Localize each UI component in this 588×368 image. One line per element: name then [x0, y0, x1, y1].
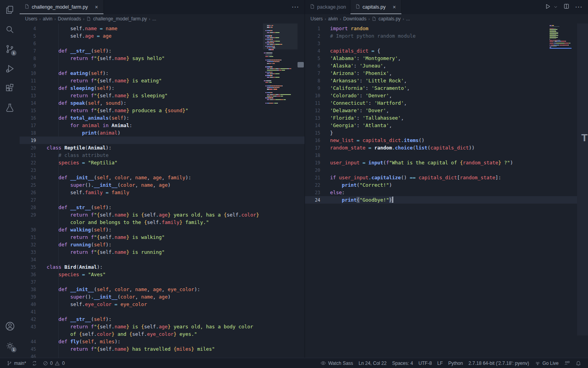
source-control-icon[interactable]: 1	[0, 39, 19, 59]
git-branch-item[interactable]: main*	[4, 358, 29, 368]
breadcrumb-item[interactable]: Users	[25, 16, 37, 22]
code-line[interactable]: 13'Florida': 'Tallahassee',	[305, 114, 588, 122]
run-dropdown-chevron-icon[interactable]	[554, 4, 558, 11]
code-line[interactable]: 17 for animal in Animal:	[20, 122, 305, 129]
code-line[interactable]: 7 def __str__(self):	[20, 47, 305, 55]
minimap[interactable]	[264, 25, 297, 104]
code-line[interactable]: 20	[305, 166, 588, 174]
code-line[interactable]: 12 def sleeping(self):	[20, 84, 305, 92]
code-line[interactable]: 42 def __str__(self):	[20, 315, 305, 323]
sync-button[interactable]	[29, 358, 40, 368]
code-line[interactable]: 1import random	[305, 25, 588, 32]
code-line[interactable]: 16new_list = capitals_dict.items()	[305, 137, 588, 144]
code-line[interactable]: 29 return f"{self.name} is {self.age} ye…	[20, 211, 305, 219]
notifications-item[interactable]	[573, 358, 584, 368]
search-icon[interactable]	[0, 20, 19, 39]
feedback-item[interactable]	[561, 358, 573, 368]
code-line[interactable]: 22 species = "Reptilia"	[20, 159, 305, 166]
more-actions-icon[interactable]: ···	[292, 5, 299, 9]
code-line[interactable]: 14 def speak(self, sound):	[20, 99, 305, 107]
tab-package-json[interactable]: package.json	[305, 0, 350, 14]
code-line[interactable]: 35class Bird(Animal):	[20, 263, 305, 271]
code-line[interactable]: 45 return f"{self.name} has travelled {m…	[20, 345, 305, 353]
code-line[interactable]: 38 def __init__(self, color, name, age, …	[20, 286, 305, 293]
code-line[interactable]: color and belongs to the {self.family} f…	[20, 219, 305, 226]
code-line[interactable]: 6	[20, 40, 305, 47]
code-line[interactable]: 24 def __init__(self, color, name, age, …	[20, 174, 305, 181]
language-mode-item[interactable]: Python	[446, 358, 466, 368]
code-line[interactable]: 43 return f"{self.name} is {self.age} ye…	[20, 323, 305, 330]
code-line[interactable]: 10'Colorado': 'Denver',	[305, 92, 588, 99]
code-line[interactable]: 18	[305, 151, 588, 159]
code-line[interactable]: 5 self.age = age	[20, 32, 305, 40]
code-line[interactable]: 5'Alabama': 'Montgomery',	[305, 55, 588, 62]
code-line[interactable]: 9	[20, 62, 305, 69]
close-icon[interactable]: ×	[93, 4, 100, 10]
encoding-item[interactable]: UTF-8	[416, 358, 435, 368]
scrollbar-thumb[interactable]	[298, 62, 304, 67]
code-line[interactable]: 11 return f"{self.name} is eating"	[20, 77, 305, 84]
explorer-icon[interactable]	[0, 0, 19, 20]
code-line[interactable]: 15}	[305, 129, 588, 137]
code-line[interactable]: 40 self.eye_color = eye_color	[20, 301, 305, 308]
code-line[interactable]: 37	[20, 278, 305, 286]
code-line[interactable]: 24 print("Goodbye!")	[305, 196, 588, 204]
more-actions-icon[interactable]: ···	[575, 5, 583, 9]
run-button[interactable]	[544, 3, 551, 11]
problems-item[interactable]: 0 0	[40, 358, 67, 368]
code-line[interactable]: 6'Alaska': 'Juneau',	[305, 62, 588, 69]
code-line[interactable]: 22 print("Correct!")	[305, 181, 588, 189]
breadcrumb-item[interactable]: Users	[310, 16, 323, 22]
code-line[interactable]: 12'Delaware': 'Dover',	[305, 107, 588, 114]
code-line[interactable]: 25 super().__init__(color, name, age)	[20, 181, 305, 189]
code-line[interactable]: 46	[20, 353, 305, 358]
code-line[interactable]: 32 def running(self):	[20, 241, 305, 248]
python-interpreter-item[interactable]: 2.7.18 64-bit ('2.7.18': pyenv)	[466, 358, 532, 368]
breadcrumb-item[interactable]: Downloads	[343, 16, 366, 22]
code-line[interactable]: 20class Reptile(Animal):	[20, 144, 305, 151]
watch-sass-item[interactable]: Watch Sass	[318, 358, 356, 368]
eol-item[interactable]: LF	[435, 358, 446, 368]
code-line[interactable]: 8'Arkansas': 'Little Rock',	[305, 77, 588, 84]
code-line[interactable]: 21 # class attribute	[20, 151, 305, 159]
breadcrumb-item[interactable]: challenge_model_farm.py	[93, 16, 147, 22]
breadcrumb-item[interactable]: ...	[152, 16, 156, 22]
code-line[interactable]: of {self.color} and {self.eye_color} eye…	[20, 330, 305, 338]
code-line[interactable]: 13 return f"{self.name} is sleeping"	[20, 92, 305, 99]
split-editor-icon[interactable]	[563, 3, 570, 11]
code-line[interactable]: 4 self.name = name	[20, 25, 305, 32]
tab-capitals-py[interactable]: capitals.py ×	[350, 0, 402, 14]
code-line[interactable]: 8 return f"{self.name} says hello"	[20, 55, 305, 62]
settings-gear-icon[interactable]: 1	[0, 336, 19, 355]
code-line[interactable]: 23	[20, 166, 305, 174]
code-line[interactable]: 7'Arizona': 'Phoenix',	[305, 69, 588, 77]
code-line[interactable]: 33 return f"{self.name} is running"	[20, 248, 305, 256]
code-line[interactable]: 3	[305, 40, 588, 47]
breadcrumb-item[interactable]: alvin	[43, 16, 53, 22]
breadcrumb-item[interactable]: capitals.py	[378, 16, 401, 22]
code-line[interactable]: 14'Georgia': 'Atlanta',	[305, 122, 588, 129]
code-line[interactable]: 16 def total_animals(self):	[20, 114, 305, 122]
code-line[interactable]: 2# Import python random module	[305, 32, 588, 40]
code-line[interactable]: 4capitals_dict = {	[305, 47, 588, 55]
breadcrumb-item[interactable]: ...	[406, 16, 410, 22]
extensions-icon[interactable]	[0, 78, 19, 98]
go-live-item[interactable]: Go Live	[532, 358, 561, 368]
code-line[interactable]: 39 super().__init__(color, name, age)	[20, 293, 305, 301]
code-line[interactable]: 31 return f"{self.name} is walking"	[20, 233, 305, 241]
code-editor-left[interactable]: 4 self.name = name5 self.age = age67 def…	[20, 24, 305, 358]
code-line[interactable]: 9'California': 'Sacramento',	[305, 84, 588, 92]
code-line[interactable]: 21if user_input.capitalize() == capitals…	[305, 174, 588, 181]
testing-icon[interactable]	[0, 98, 19, 118]
breadcrumb-item[interactable]: Downloads	[58, 16, 81, 22]
code-line[interactable]: 27	[20, 196, 305, 204]
close-icon[interactable]: ×	[391, 4, 397, 10]
code-line[interactable]: 19	[20, 137, 305, 144]
code-line[interactable]: 36 species = "Aves"	[20, 271, 305, 278]
code-line[interactable]: 26 self.family = family	[20, 189, 305, 196]
code-line[interactable]: 19user_input = input(f"What is the capit…	[305, 159, 588, 166]
indentation-item[interactable]: Spaces: 4	[389, 358, 416, 368]
cursor-position-item[interactable]: Ln 24, Col 22	[356, 358, 389, 368]
code-line[interactable]: 17random_state = random.choice(list(capi…	[305, 144, 588, 151]
code-line[interactable]: 44 def fly(self, miles):	[20, 338, 305, 345]
